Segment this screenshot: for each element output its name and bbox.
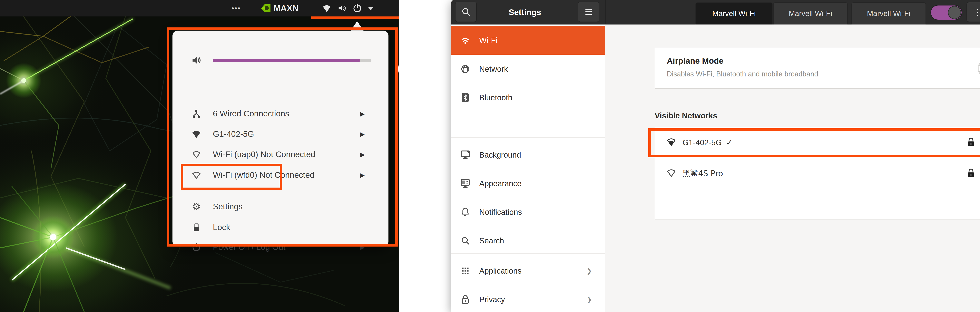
annotation-tray-underline (311, 16, 399, 19)
settings-sidebar: Wi-Fi Network Bluetooth (451, 24, 605, 312)
sidebar-item-label: Network (479, 65, 508, 73)
wifi-outline-icon (667, 168, 676, 178)
airplane-mode-subtitle: Disables Wi-Fi, Bluetooth and mobile bro… (667, 70, 818, 78)
airplane-mode-title: Airplane Mode (667, 56, 724, 66)
search-button[interactable] (455, 2, 477, 22)
airplane-mode-card: Airplane Mode Disables Wi-Fi, Bluetooth … (655, 48, 980, 89)
chevron-right-icon: ❯ (586, 296, 592, 303)
toggle-knob (948, 6, 961, 19)
bell-icon (460, 207, 470, 217)
tab-label: Marvell Wi-Fi (712, 10, 756, 18)
sidebar-item-wifi[interactable]: Wi-Fi (451, 26, 605, 55)
window-title: Settings (490, 0, 560, 24)
performance-mode-indicator[interactable]: MAXN (259, 0, 299, 16)
sidebar-item-applications[interactable]: Applications ❯ (451, 256, 605, 285)
window-headerbar: Settings Marvell Wi-Fi Marvell Wi-Fi Mar… (451, 0, 980, 24)
hamburger-menu-button[interactable] (578, 2, 599, 22)
airplane-mode-toggle[interactable] (978, 60, 980, 77)
globe-icon (460, 64, 470, 74)
chevron-down-icon (368, 7, 374, 10)
tab-marvell-wifi-3[interactable]: Marvell Wi-Fi (851, 2, 926, 24)
top-bar: ••• MAXN (0, 0, 399, 16)
kebab-menu-button[interactable]: ⋮ (966, 2, 980, 22)
sidebar-item-label: Search (479, 236, 504, 245)
lock-icon (967, 168, 975, 179)
sidebar-item-search[interactable]: Search (451, 226, 605, 255)
privacy-lock-icon (460, 295, 470, 304)
volume-status-icon (337, 4, 347, 13)
search-icon (460, 236, 470, 245)
system-tray[interactable] (320, 0, 374, 16)
headerbar-toggle-switch[interactable] (931, 5, 962, 20)
toggle-knob (978, 61, 980, 76)
sidebar-item-bluetooth[interactable]: Bluetooth (451, 83, 605, 112)
nvidia-logo-icon (259, 3, 272, 13)
annotation-network-row-box (648, 128, 980, 158)
sidebar-item-background[interactable]: Background (451, 140, 605, 169)
tab-label: Marvell Wi-Fi (867, 10, 910, 18)
annotation-settings-item-box (181, 164, 282, 190)
chevron-right-icon: ❯ (586, 267, 592, 275)
wifi-icon (460, 35, 470, 45)
sidebar-item-network[interactable]: Network (451, 55, 605, 83)
tab-marvell-wifi-1[interactable]: Marvell Wi-Fi (695, 2, 773, 24)
power-status-icon (353, 4, 362, 13)
settings-window: Settings Marvell Wi-Fi Marvell Wi-Fi Mar… (451, 0, 980, 312)
wifi-panel: Airplane Mode Disables Wi-Fi, Bluetooth … (605, 24, 980, 312)
tab-marvell-wifi-2[interactable]: Marvell Wi-Fi (773, 2, 848, 24)
sidebar-item-label: Appearance (479, 179, 522, 188)
desktop-screenshot: ••• MAXN (0, 0, 399, 312)
headerbar-divider (605, 0, 606, 24)
sidebar-item-privacy[interactable]: Privacy ❯ (451, 285, 605, 312)
sidebar-separator (451, 253, 605, 254)
appearance-icon (460, 179, 470, 188)
network-name: 黑鲨4S Pro (682, 168, 723, 179)
performance-mode-label: MAXN (274, 3, 299, 13)
bluetooth-icon (460, 92, 470, 103)
monitor-icon (460, 150, 470, 159)
sidebar-item-notifications[interactable]: Notifications (451, 198, 605, 226)
search-icon (461, 7, 471, 16)
tab-label: Marvell Wi-Fi (789, 10, 832, 18)
sidebar-item-label: Bluetooth (479, 93, 512, 102)
sidebar-item-appearance[interactable]: Appearance (451, 169, 605, 198)
sidebar-item-label: Background (479, 151, 521, 159)
annotation-system-menu-box (167, 27, 398, 247)
sidebar-item-label: Privacy (479, 295, 505, 304)
visible-networks-heading: Visible Networks (655, 111, 717, 120)
grid-icon (460, 267, 470, 275)
sidebar-item-label: Notifications (479, 208, 522, 216)
kebab-icon: ⋮ (973, 7, 980, 17)
sidebar-item-label: Wi-Fi (479, 36, 498, 45)
network-row-blackshark[interactable]: 黑鲨4S Pro (655, 158, 980, 189)
wifi-status-icon (322, 4, 331, 13)
hamburger-icon (584, 8, 593, 16)
sidebar-separator (451, 137, 605, 138)
ellipsis-menu[interactable]: ••• (232, 0, 241, 16)
sidebar-item-label: Applications (479, 267, 522, 275)
